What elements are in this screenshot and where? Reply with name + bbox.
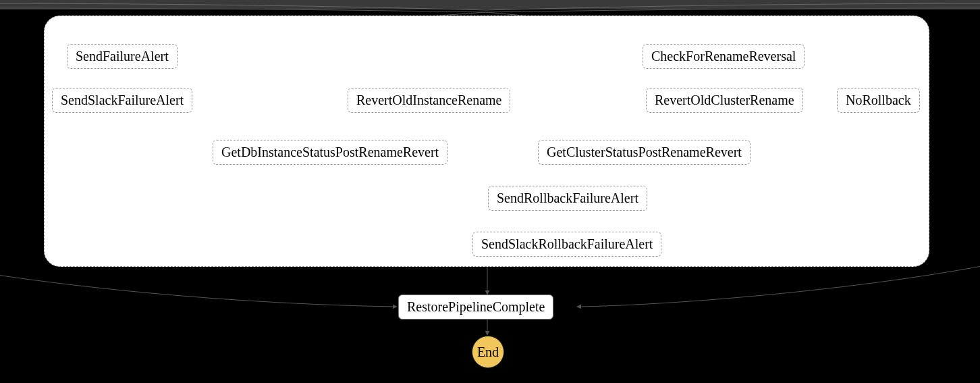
node-get-cluster-status-post-rename-revert[interactable]: GetClusterStatusPostRenameRevert [538, 140, 751, 165]
diagram-canvas: SendFailureAlert SendSlackFailureAlert C… [0, 0, 980, 383]
node-send-failure-alert[interactable]: SendFailureAlert [67, 44, 178, 69]
node-label: SendFailureAlert [76, 49, 169, 63]
top-band [0, 0, 980, 9]
node-send-rollback-failure-alert[interactable]: SendRollbackFailureAlert [488, 186, 647, 211]
node-send-slack-rollback-failure-alert[interactable]: SendSlackRollbackFailureAlert [472, 232, 661, 257]
node-revert-old-instance-rename[interactable]: RevertOldInstanceRename [348, 88, 510, 113]
node-label: CheckForRenameReversal [651, 49, 796, 63]
node-label: GetDbInstanceStatusPostRenameRevert [221, 145, 439, 159]
node-label: SendSlackFailureAlert [61, 93, 184, 107]
node-no-rollback[interactable]: NoRollback [837, 88, 920, 113]
node-get-db-instance-status-post-rename-revert[interactable]: GetDbInstanceStatusPostRenameRevert [213, 140, 447, 165]
node-label: SendSlackRollbackFailureAlert [481, 236, 653, 251]
node-label: SendRollbackFailureAlert [497, 190, 638, 205]
node-send-slack-failure-alert[interactable]: SendSlackFailureAlert [52, 88, 192, 113]
node-label: NoRollback [846, 93, 911, 107]
node-label: End [477, 344, 499, 360]
node-label: RevertOldInstanceRename [356, 93, 501, 107]
node-label: GetClusterStatusPostRenameRevert [547, 145, 742, 159]
node-restore-pipeline-complete[interactable]: RestorePipelineComplete [398, 295, 553, 320]
node-label: RestorePipelineComplete [407, 299, 545, 314]
node-label: RevertOldClusterRename [655, 93, 794, 107]
node-check-for-rename-reversal[interactable]: CheckForRenameReversal [643, 44, 805, 69]
node-revert-old-cluster-rename[interactable]: RevertOldClusterRename [646, 88, 803, 113]
node-end[interactable]: End [472, 336, 504, 368]
